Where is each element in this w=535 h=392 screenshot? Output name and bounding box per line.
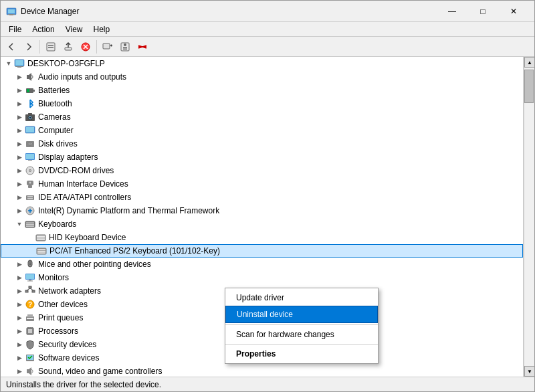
print-expand[interactable]	[14, 312, 25, 323]
software-expand[interactable]	[14, 353, 25, 363]
scrollbar[interactable]: ▲ ▼	[524, 57, 534, 377]
tree-keyboards[interactable]: Keyboards	[1, 217, 523, 231]
svg-rect-21	[33, 90, 35, 92]
keyboards-icon	[25, 219, 35, 229]
tree-pcat-keyboard[interactable]: PC/AT Enhanced PS/2 Keyboard (101/102-Ke…	[1, 244, 523, 258]
monitors-label: Monitors	[38, 273, 69, 282]
scan-hardware-button[interactable]	[100, 39, 116, 55]
network-expand[interactable]	[14, 286, 25, 296]
properties-label: Properties	[236, 349, 276, 359]
ide-expand[interactable]	[14, 192, 25, 203]
svg-rect-19	[17, 67, 21, 68]
context-sep-1	[225, 324, 378, 325]
context-update-driver[interactable]: Update driver	[225, 290, 378, 306]
computer-icon	[14, 58, 25, 69]
tree-disk[interactable]: Disk drives	[1, 137, 523, 151]
svg-rect-47	[26, 224, 34, 225]
tree-display[interactable]: Display adapters	[1, 151, 523, 164]
display-expand[interactable]	[14, 152, 25, 163]
menu-help[interactable]: Help	[88, 23, 116, 35]
forward-button[interactable]	[21, 39, 37, 55]
maximize-button[interactable]: □	[467, 1, 498, 22]
svg-point-40	[29, 182, 31, 184]
tree-computer[interactable]: Computer	[1, 124, 523, 137]
menu-action[interactable]: Action	[27, 23, 60, 35]
software-label: Software devices	[38, 353, 99, 363]
tree-mice[interactable]: Mice and other pointing devices	[1, 258, 523, 271]
security-label: Security devices	[38, 340, 96, 349]
tree-batteries[interactable]: Batteries	[1, 84, 523, 97]
uninstall-button[interactable]	[78, 39, 94, 55]
svg-rect-65	[25, 290, 28, 292]
disk-expand[interactable]	[14, 138, 25, 149]
toolbar	[1, 37, 534, 57]
hid-icon	[25, 179, 35, 189]
svg-rect-18	[15, 66, 23, 67]
keyboards-expand[interactable]	[14, 219, 25, 229]
sound-expand[interactable]	[14, 366, 25, 377]
context-properties[interactable]: Properties	[225, 346, 378, 362]
svg-rect-61	[26, 274, 34, 279]
toolbar-sep-1	[39, 40, 40, 54]
properties-button[interactable]	[43, 39, 59, 55]
tree-ide[interactable]: IDE ATA/ATAPI controllers	[1, 191, 523, 204]
context-uninstall-device[interactable]: Uninstall device	[225, 306, 378, 323]
ide-icon	[25, 192, 35, 203]
tree-hid[interactable]: Human Interface Devices	[1, 177, 523, 191]
dvd-expand[interactable]	[14, 165, 25, 176]
svg-rect-2	[8, 14, 15, 15]
monitors-expand[interactable]	[14, 272, 25, 283]
svg-rect-48	[26, 226, 34, 227]
batteries-expand[interactable]	[14, 85, 25, 96]
bluetooth-icon	[25, 98, 35, 109]
delete-button[interactable]	[134, 39, 150, 55]
processors-expand[interactable]	[14, 326, 25, 336]
root-expand[interactable]	[3, 58, 14, 69]
scroll-down-button[interactable]: ▼	[524, 366, 534, 377]
security-expand[interactable]	[14, 339, 25, 350]
audio-expand[interactable]	[14, 72, 25, 82]
scan-hardware-label: Scan for hardware changes	[236, 330, 334, 339]
other-label: Other devices	[38, 300, 88, 309]
svg-rect-72	[27, 314, 33, 317]
window-controls: — □ ✕	[437, 1, 529, 22]
tree-monitors[interactable]: Monitors	[1, 271, 523, 284]
bluetooth-expand[interactable]	[14, 98, 25, 109]
svg-point-59	[29, 264, 31, 265]
close-button[interactable]: ✕	[498, 1, 529, 22]
back-button[interactable]	[3, 39, 19, 55]
svg-rect-76	[28, 329, 32, 333]
pcat-icon	[36, 246, 47, 256]
svg-rect-34	[28, 160, 32, 161]
pcat-label: PC/AT Enhanced PS/2 Keyboard (101/102-Ke…	[49, 246, 220, 256]
svg-rect-33	[26, 154, 34, 159]
tree-cameras[interactable]: Cameras	[1, 110, 523, 124]
intel-expand[interactable]	[14, 205, 25, 216]
tree-audio[interactable]: Audio inputs and outputs	[1, 70, 523, 84]
computer-expand[interactable]	[14, 125, 25, 136]
hid-expand[interactable]	[14, 179, 25, 189]
tree-sound[interactable]: Sound, video and game controllers	[1, 365, 523, 377]
tree-bluetooth[interactable]: Bluetooth	[1, 97, 523, 110]
software-icon	[25, 353, 35, 363]
menu-file[interactable]: File	[3, 23, 27, 35]
other-expand[interactable]	[14, 299, 25, 310]
update-driver-button[interactable]	[60, 39, 76, 55]
svg-rect-26	[28, 113, 32, 115]
content-area: DESKTOP-O3FGFLP Audio inputs and outputs…	[1, 57, 534, 377]
cameras-expand[interactable]	[14, 112, 25, 122]
tree-intel[interactable]: Intel(R) Dynamic Platform and Thermal Fr…	[1, 204, 523, 217]
menu-view[interactable]: View	[60, 23, 88, 35]
mice-expand[interactable]	[14, 259, 25, 270]
tree-dvd[interactable]: DVD/CD-ROM drives	[1, 164, 523, 177]
properties-button2[interactable]	[117, 39, 133, 55]
svg-rect-51	[37, 237, 45, 239]
svg-rect-43	[27, 198, 33, 199]
minimize-button[interactable]: —	[437, 1, 467, 22]
mice-icon	[25, 259, 35, 270]
tree-root[interactable]: DESKTOP-O3FGFLP	[1, 57, 523, 70]
scroll-up-button[interactable]: ▲	[524, 57, 534, 68]
tree-hid-keyboard[interactable]: HID Keyboard Device	[1, 231, 523, 244]
context-scan-hardware[interactable]: Scan for hardware changes	[225, 326, 378, 342]
scroll-thumb[interactable]	[524, 70, 534, 103]
